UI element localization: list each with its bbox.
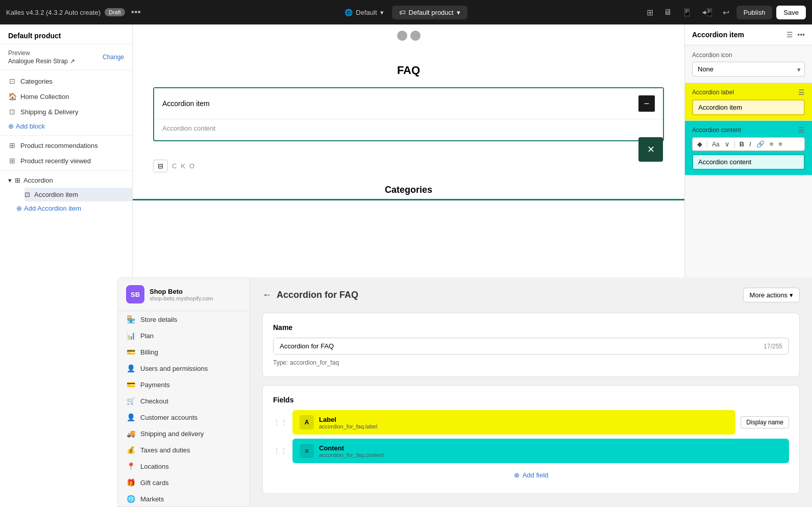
active-tab-button[interactable]: 🏷 Default product ▾ — [392, 6, 467, 19]
accordion-widget[interactable]: Accordion item − Accordion content ✕ — [153, 87, 664, 141]
nav-divider-2 — [0, 170, 132, 171]
admin-nav-store-details[interactable]: 🏪 Store details — [118, 311, 250, 327]
canvas-label-c: C — [172, 162, 177, 170]
accordion-nav-header[interactable]: ▾ ⊞ Accordion — [8, 173, 132, 188]
char-count: 17/255 — [757, 339, 789, 354]
admin-nav-plan[interactable]: 📊 Plan — [118, 327, 250, 344]
accordion-icon-select[interactable]: None — [692, 62, 805, 77]
sidebar-item-product-recommendations[interactable]: ⊞ Product recommendations — [0, 138, 132, 153]
admin-nav-locations[interactable]: 📍 Locations — [118, 458, 250, 474]
sidebar-item-categories[interactable]: ⊡ Categories — [0, 73, 132, 89]
taxes-icon: 💰 — [126, 446, 135, 454]
checkout-icon: 🛒 — [126, 397, 135, 405]
accordion-toggle-button[interactable]: − — [638, 95, 655, 112]
sidebar-item-label: Product recently viewed — [20, 157, 91, 165]
recently-viewed-icon: ⊞ — [8, 157, 16, 165]
panel-settings-icon[interactable]: ☰ — [786, 31, 793, 39]
accordion-label-title: Accordion label — [692, 89, 734, 96]
canvas-label-k: K — [181, 162, 185, 170]
name-input[interactable] — [274, 338, 757, 354]
default-selector[interactable]: 🌐 Default ▾ — [345, 9, 383, 16]
wrench-icon: ✕ — [647, 144, 655, 155]
mobile-icon-button[interactable]: 📲 — [699, 6, 716, 19]
admin-nav-shipping[interactable]: 🚚 Shipping and delivery — [118, 425, 250, 442]
accordion-body: Accordion content — [154, 119, 663, 140]
admin-nav-users[interactable]: 👤 Users and permissions — [118, 360, 250, 376]
sidebar-title: Default product — [0, 24, 132, 44]
accordion-label-section: Accordion label ☰ — [685, 83, 812, 121]
toolbar-link-icon[interactable]: 🔗 — [755, 140, 766, 148]
sidebar-item-home-collection[interactable]: 🏠 Home Collection — [0, 89, 132, 104]
accordion-nav-icon: ⊞ — [15, 176, 20, 184]
admin-nav-payments[interactable]: 💳 Payments — [118, 376, 250, 393]
accordion-icon-label: Accordion icon — [692, 52, 805, 59]
nav-divider — [0, 135, 132, 136]
sidebar-item-label: Product recommendations — [20, 142, 98, 149]
more-options-button[interactable]: ••• — [129, 7, 143, 18]
admin-nav-markets[interactable]: 🌐 Markets — [118, 491, 250, 507]
sidebar-item-label: Shipping & Delivery — [20, 108, 78, 116]
add-field-link[interactable]: ⊕ Add field — [273, 467, 789, 483]
admin-overlay: SB Shop Beto shop-beto.myshopify.com 🏪 S… — [117, 277, 812, 507]
add-block-link[interactable]: ⊕ Add block — [0, 119, 132, 133]
back-button[interactable]: ← — [262, 290, 272, 300]
tag-icon: 🏷 — [399, 9, 406, 16]
chevron-down-icon: ▾ — [8, 176, 12, 184]
canvas-icon-1 — [397, 31, 407, 41]
field-row-label: ⋮⋮ A Label accordion_for_faq.label Displ… — [273, 410, 789, 435]
admin-nav-billing[interactable]: 💳 Billing — [118, 344, 250, 360]
accordion-sub-nav: ⊡ Accordion item — [8, 188, 132, 201]
admin-main: ← Accordion for FAQ More actions ▾ Name … — [250, 277, 812, 507]
toolbar-diamond-icon[interactable]: ◆ — [696, 140, 704, 148]
desktop-icon-button[interactable]: 🖥 — [660, 6, 675, 19]
tablet-icon-button[interactable]: 📱 — [679, 6, 695, 19]
devices-icon-button[interactable]: ⊞ — [644, 6, 656, 19]
change-link[interactable]: Change — [103, 54, 124, 61]
field-card-content[interactable]: ≡ Content accordion_for_faq.content — [292, 439, 789, 463]
sidebar-item-product-recently-viewed[interactable]: ⊞ Product recently viewed — [0, 153, 132, 168]
accordion-content-input[interactable] — [692, 154, 805, 170]
sidebar-item-shipping[interactable]: ⊡ Shipping & Delivery — [0, 104, 132, 119]
field-key-content: accordion_for_faq.content — [319, 452, 384, 458]
content-settings-icon[interactable]: ☰ — [798, 126, 805, 134]
toolbar-chevron-icon[interactable]: ∨ — [723, 140, 731, 148]
undo-button[interactable]: ↩ — [720, 6, 732, 19]
field-row-content: ⋮⋮ ≡ Content accordion_for_faq.content — [273, 439, 789, 463]
display-name-button-label[interactable]: Display name — [741, 416, 789, 428]
canvas-row: ⊟ C K O — [133, 158, 684, 174]
tool-overlay-button[interactable]: ✕ — [638, 137, 663, 162]
admin-nav-taxes[interactable]: 💰 Taxes and duties — [118, 442, 250, 458]
panel-header: Accordion item ☰ ••• — [685, 24, 812, 45]
accordion-content-title: Accordion content — [692, 126, 741, 134]
fields-title: Fields — [273, 396, 789, 404]
more-actions-button[interactable]: More actions ▾ — [743, 288, 800, 302]
preview-product: Analogue Resin Strap ↗ — [8, 58, 75, 65]
canvas-label-o: O — [189, 162, 194, 170]
toolbar-italic-icon[interactable]: I — [748, 140, 753, 148]
add-accordion-item-link[interactable]: ⊕ Add Accordion item — [8, 201, 132, 215]
field-icon-label: A — [300, 415, 314, 429]
panel-more-icon[interactable]: ••• — [797, 31, 805, 39]
toolbar-list-icon[interactable]: ≡ — [768, 140, 775, 148]
admin-nav-gift-cards[interactable]: 🎁 Gift cards — [118, 474, 250, 491]
admin-nav-checkout[interactable]: 🛒 Checkout — [118, 393, 250, 409]
nav-section: ⊡ Categories 🏠 Home Collection ⊡ Shippin… — [0, 70, 132, 218]
toolbar-ordered-list-icon[interactable]: ≡ — [777, 140, 784, 148]
toolbar-font-icon[interactable]: Aa — [710, 140, 721, 148]
top-bar-right: ⊞ 🖥 📱 📲 ↩ Publish Save — [474, 6, 806, 19]
drag-handle-label[interactable]: ⋮⋮ — [273, 418, 287, 426]
layout-toggle-button[interactable]: ⊟ — [153, 160, 168, 172]
label-settings-icon[interactable]: ☰ — [798, 88, 805, 96]
sidebar-item-label: Home Collection — [20, 93, 69, 100]
accordion-item-nav[interactable]: ⊡ Accordion item — [24, 188, 132, 201]
field-card-label[interactable]: A Label accordion_for_faq.label — [292, 410, 735, 435]
toolbar-bold-icon[interactable]: B — [738, 140, 746, 148]
admin-nav-customer-accounts[interactable]: 👤 Customer accounts — [118, 409, 250, 425]
drag-handle-content[interactable]: ⋮⋮ — [273, 447, 287, 455]
categories-title: Categories — [153, 185, 664, 195]
publish-button[interactable]: Publish — [736, 6, 773, 19]
accordion-label-input[interactable] — [692, 99, 805, 115]
field-icon-content: ≡ — [300, 444, 314, 458]
save-button[interactable]: Save — [776, 6, 806, 19]
recommendations-icon: ⊞ — [8, 141, 16, 149]
